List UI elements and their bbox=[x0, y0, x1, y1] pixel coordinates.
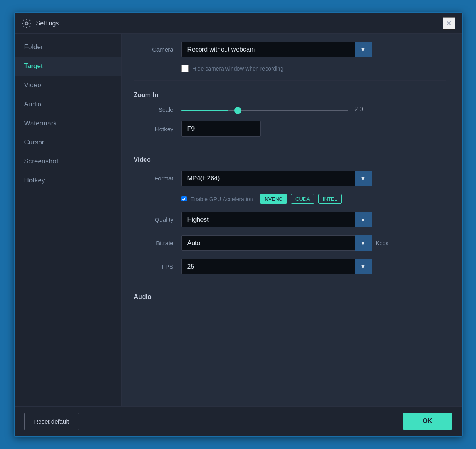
quality-control: Highest ▼ bbox=[181, 212, 446, 227]
format-select[interactable]: MP4(H264) bbox=[181, 171, 372, 186]
title-bar: Settings ✕ bbox=[15, 13, 462, 34]
camera-select[interactable]: Record without webcam bbox=[181, 42, 372, 57]
scale-slider-container bbox=[181, 106, 348, 113]
gpu-checkbox[interactable] bbox=[181, 196, 187, 201]
scrollable-area[interactable]: Camera Record without webcam ▼ bbox=[122, 34, 462, 406]
window-title: Settings bbox=[36, 20, 443, 27]
gpu-row: Enable GPU Acceleration NVENC CUDA INTEL bbox=[181, 194, 446, 204]
separator-3 bbox=[134, 282, 446, 282]
bitrate-dropdown[interactable]: Auto ▼ bbox=[181, 235, 372, 251]
bottom-bar: Reset default OK bbox=[15, 406, 462, 436]
sidebar: Folder Target Video Audio Watermark Curs… bbox=[15, 34, 122, 406]
sidebar-item-cursor[interactable]: Cursor bbox=[15, 133, 121, 152]
camera-row: Camera Record without webcam ▼ bbox=[134, 42, 446, 57]
settings-icon bbox=[21, 18, 32, 29]
bitrate-select[interactable]: Auto bbox=[181, 235, 372, 251]
audio-title: Audio bbox=[134, 290, 446, 301]
scale-value: 2.0 bbox=[355, 106, 370, 113]
bitrate-row: Bitrate Auto ▼ Kbps bbox=[134, 235, 446, 251]
window-body: Folder Target Video Audio Watermark Curs… bbox=[15, 34, 462, 406]
sidebar-item-hotkey[interactable]: Hotkey bbox=[15, 171, 121, 190]
quality-row: Quality Highest ▼ bbox=[134, 212, 446, 227]
format-control: MP4(H264) ▼ bbox=[181, 171, 446, 186]
fps-label: FPS bbox=[134, 263, 173, 270]
scale-control: 2.0 bbox=[181, 106, 446, 113]
hotkey-row: Hotkey bbox=[134, 121, 446, 137]
svg-point-0 bbox=[25, 22, 28, 25]
sidebar-item-video[interactable]: Video bbox=[15, 76, 121, 95]
gpu-label: Enable GPU Acceleration bbox=[191, 196, 253, 202]
reset-default-button[interactable]: Reset default bbox=[24, 413, 79, 430]
format-row: Format MP4(H264) ▼ bbox=[134, 171, 446, 186]
hide-camera-label: Hide camera window when recording bbox=[193, 65, 284, 72]
camera-dropdown[interactable]: Record without webcam ▼ bbox=[181, 42, 372, 57]
hide-camera-row: Hide camera window when recording bbox=[181, 65, 446, 72]
main-content: Camera Record without webcam ▼ bbox=[122, 34, 462, 406]
bitrate-label: Bitrate bbox=[134, 240, 173, 246]
hotkey-control bbox=[181, 121, 446, 137]
settings-window: Settings ✕ Folder Target Video Audio Wat… bbox=[14, 12, 463, 437]
hotkey-label: Hotkey bbox=[134, 126, 173, 132]
gpu-badge-cuda[interactable]: CUDA bbox=[291, 194, 314, 204]
quality-select[interactable]: Highest bbox=[181, 212, 372, 227]
camera-dropdown-wrapper: Record without webcam ▼ bbox=[181, 42, 446, 57]
format-label: Format bbox=[134, 175, 173, 182]
quality-label: Quality bbox=[134, 216, 173, 223]
camera-section: Camera Record without webcam ▼ bbox=[134, 42, 446, 72]
close-button[interactable]: ✕ bbox=[443, 17, 455, 30]
video-section: Video Format MP4(H264) ▼ bbox=[134, 153, 446, 274]
scale-label: Scale bbox=[134, 106, 173, 113]
bitrate-unit: Kbps bbox=[376, 240, 389, 246]
camera-label: Camera bbox=[134, 46, 173, 53]
sidebar-item-target[interactable]: Target bbox=[15, 57, 121, 76]
sidebar-item-audio[interactable]: Audio bbox=[15, 95, 121, 114]
sidebar-item-folder[interactable]: Folder bbox=[15, 38, 121, 57]
video-title: Video bbox=[134, 153, 446, 163]
fps-control: 25 ▼ bbox=[181, 259, 446, 274]
hotkey-input[interactable] bbox=[181, 121, 261, 137]
format-dropdown[interactable]: MP4(H264) ▼ bbox=[181, 171, 372, 186]
fps-row: FPS 25 ▼ bbox=[134, 259, 446, 274]
bitrate-control: Auto ▼ Kbps bbox=[181, 235, 446, 251]
zoom-section: Zoom In Scale 2.0 Hotkey bbox=[134, 88, 446, 137]
sidebar-item-watermark[interactable]: Watermark bbox=[15, 114, 121, 133]
audio-section: Audio bbox=[134, 290, 446, 316]
gpu-badge-nvenc[interactable]: NVENC bbox=[260, 194, 287, 204]
scale-slider[interactable] bbox=[181, 110, 348, 111]
fps-dropdown[interactable]: 25 ▼ bbox=[181, 259, 372, 274]
sidebar-item-screenshot[interactable]: Screenshot bbox=[15, 152, 121, 171]
ok-button[interactable]: OK bbox=[403, 413, 452, 430]
separator-1 bbox=[134, 80, 446, 81]
separator-2 bbox=[134, 145, 446, 145]
fps-select[interactable]: 25 bbox=[181, 259, 372, 274]
hide-camera-checkbox[interactable] bbox=[181, 65, 189, 72]
hide-camera-checkbox-wrapper: Hide camera window when recording bbox=[181, 65, 284, 72]
quality-dropdown[interactable]: Highest ▼ bbox=[181, 212, 372, 227]
zoom-title: Zoom In bbox=[134, 88, 446, 99]
gpu-badge-intel[interactable]: INTEL bbox=[318, 194, 342, 204]
scale-row: Scale 2.0 bbox=[134, 106, 446, 113]
